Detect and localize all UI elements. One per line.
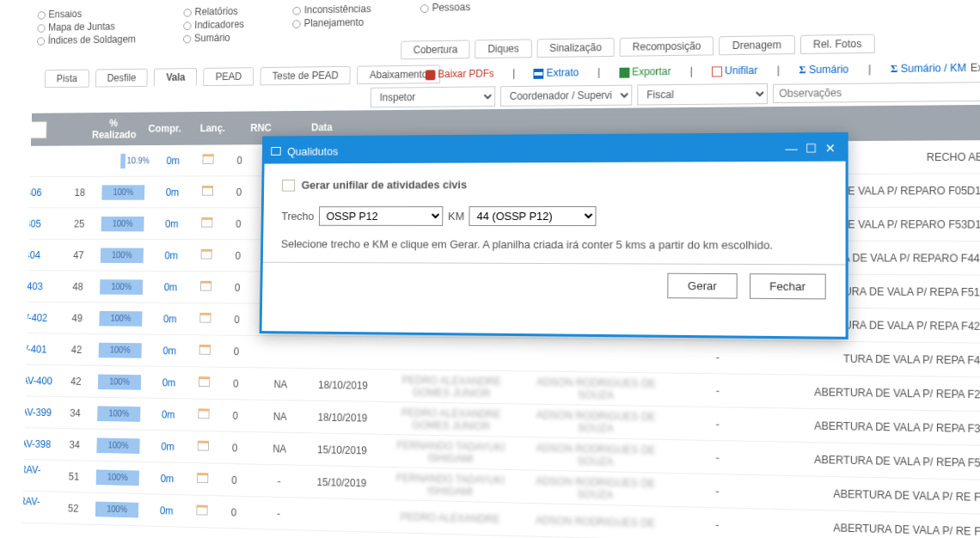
calendar-icon	[200, 281, 211, 291]
sep: |	[868, 63, 871, 75]
tab-pead[interactable]: PEAD	[204, 67, 254, 86]
pct-bar: 100%	[99, 342, 142, 358]
nav-ensaios[interactable]: Ensaios	[38, 7, 137, 20]
cell-compr[interactable]: 0m	[144, 504, 190, 517]
link-sumario-km[interactable]: Σ Sumário / KM	[891, 61, 966, 75]
cell-obs: ABERTURA DE VALA P/ RE F57D12. ESTACA 2	[766, 486, 980, 505]
tab-drenagem[interactable]: Drenagem	[720, 35, 795, 55]
th-rnc: RNC	[236, 122, 285, 134]
calendar-icon	[202, 154, 213, 164]
cell-id[interactable]: PET-RAV-397	[22, 462, 58, 487]
cell-coord: ADSON RODRIGUES DE SOUZA	[523, 376, 670, 402]
link-exportar[interactable]: Exportar	[619, 65, 671, 78]
cell-lanc[interactable]	[190, 473, 214, 486]
fechar-button[interactable]: Fechar	[750, 273, 826, 299]
nav-inconsistencias[interactable]: Inconsistências	[292, 3, 371, 15]
sheet-icon	[282, 179, 295, 191]
pct-bar: 100%	[97, 406, 140, 421]
cell-compr[interactable]: 0m	[144, 472, 190, 485]
cell-coord: ADSON RODRIGUES DE SOUZA	[523, 441, 670, 468]
cell-inspetor	[381, 353, 524, 355]
cell-compr[interactable]: 0m	[149, 217, 195, 229]
filter-inspetor[interactable]: Inspetor	[371, 86, 495, 107]
cell-compr[interactable]: 0m	[150, 186, 196, 199]
link-unifilar[interactable]: Unifilar	[712, 64, 757, 77]
cell-id[interactable]: RAV-404	[22, 249, 63, 261]
cell-lanc[interactable]	[193, 281, 217, 294]
cell-id[interactable]: RAV-406	[22, 186, 64, 199]
cell-id[interactable]: T-RAV-401	[22, 343, 61, 355]
cell-compr[interactable]: 0m	[146, 345, 193, 357]
calendar-icon	[199, 345, 211, 355]
topnav-col-1: Ensaios Mapa de Juntas Índices de Soldag…	[37, 7, 136, 41]
cell-obs: ABERTURA DE VALA P/ RE F14D12. ESTACA 2	[766, 520, 980, 538]
nav-relatorios[interactable]: Relatórios	[184, 5, 245, 18]
km-filter-input[interactable]	[22, 121, 47, 138]
trecho-select[interactable]: OSSP P12	[319, 206, 444, 226]
maximize-button[interactable]: ☐	[803, 140, 819, 156]
cell-id[interactable]: ET-RAV-400	[22, 374, 60, 387]
minimize-button[interactable]: —	[783, 140, 799, 156]
sigma-icon: Σ	[891, 62, 897, 74]
tab-recomposicao[interactable]: Recomposição	[620, 36, 714, 57]
nav-indicadores[interactable]: Indicadores	[183, 18, 244, 31]
cell-lanc[interactable]	[195, 217, 219, 230]
cell-coord: ADSON RODRIGUES DE SOUZA	[523, 408, 670, 435]
link-sumario[interactable]: Σ Sumário	[799, 63, 849, 76]
cell-compr[interactable]: 0m	[148, 249, 194, 261]
cell-compr[interactable]: 0m	[150, 155, 196, 167]
link-baixar-pdfs[interactable]: Baixar PDFs	[426, 68, 494, 81]
nav-planejamento[interactable]: Planejamento	[292, 16, 371, 29]
cell-compr[interactable]: 0m	[147, 281, 193, 293]
unifilar-icon	[712, 66, 722, 76]
cell-lanc[interactable]	[192, 408, 216, 421]
tab-rel-fotos[interactable]: Rel. Fotos	[799, 34, 874, 55]
cell-compr[interactable]: 0m	[145, 376, 192, 388]
nav-pessoas[interactable]: Pessoas	[420, 1, 470, 14]
cell-lanc[interactable]	[192, 376, 216, 389]
cell-lanc[interactable]	[193, 313, 217, 326]
gerar-button[interactable]: Gerar	[668, 273, 738, 299]
cell-id[interactable]: T-RAV-402	[22, 311, 62, 323]
th-data: Data	[285, 121, 359, 133]
cell-compr[interactable]: 0m	[147, 313, 193, 325]
cell-km: 49	[61, 312, 93, 324]
tab-vala[interactable]: Vala	[154, 68, 197, 87]
sep: |	[512, 67, 515, 79]
tab-sinalizacao[interactable]: Sinalização	[536, 38, 615, 58]
link-extrato[interactable]: Extrato	[534, 66, 579, 79]
sep: |	[597, 66, 600, 78]
modal-titlebar[interactable]: Qualidutos — ☐ ✕	[265, 135, 846, 164]
tab-desfile[interactable]: Desfile	[95, 69, 149, 88]
cell-id[interactable]: PET-RAV-396	[22, 494, 58, 519]
cell-obs: ABERTURA DE VALA P/ REPA F55D12. ESTACA …	[766, 452, 980, 471]
cell-id[interactable]: ET-RAV-398	[22, 437, 58, 450]
cell-id[interactable]: ET-RAV-399	[22, 406, 59, 419]
close-button[interactable]: ✕	[823, 140, 839, 156]
cell-inspetor: PEDRO ALEXANDRE GOMES JUNIOR	[380, 374, 524, 400]
cell-pct: 100%	[94, 279, 148, 295]
filter-coordenador[interactable]: Coordenador / Supervi	[500, 85, 632, 107]
cell-lanc[interactable]	[195, 186, 219, 199]
cell-id[interactable]: RAV-405	[22, 217, 64, 229]
tab-diques[interactable]: Diques	[475, 39, 532, 58]
cell-pct: 100%	[90, 437, 144, 454]
filter-observacoes[interactable]	[773, 82, 980, 103]
tab-teste-pead[interactable]: Teste de PEAD	[260, 66, 352, 86]
cell-compr[interactable]: 0m	[144, 440, 191, 453]
cell-lanc[interactable]	[191, 441, 215, 454]
tab-cobertura[interactable]: Cobertura	[401, 40, 470, 59]
pct-bar: 100%	[101, 248, 144, 263]
tab-pista[interactable]: Pista	[45, 70, 89, 89]
nav-mapa-juntas[interactable]: Mapa de Juntas	[37, 21, 136, 34]
cell-lanc[interactable]	[190, 504, 214, 518]
cell-lanc[interactable]	[194, 249, 218, 262]
cell-coord: ADSON RODRIGUES DE	[522, 513, 669, 529]
cell-id[interactable]: -RAV-403	[22, 280, 62, 292]
cell-lanc[interactable]	[196, 154, 220, 167]
cell-compr[interactable]: 0m	[145, 408, 192, 421]
cell-lanc[interactable]	[193, 345, 217, 358]
sigma-icon: Σ	[799, 64, 806, 76]
km-select[interactable]: 44 (OSSP P12)	[469, 206, 597, 226]
filter-fiscal[interactable]: Fiscal	[637, 83, 768, 106]
